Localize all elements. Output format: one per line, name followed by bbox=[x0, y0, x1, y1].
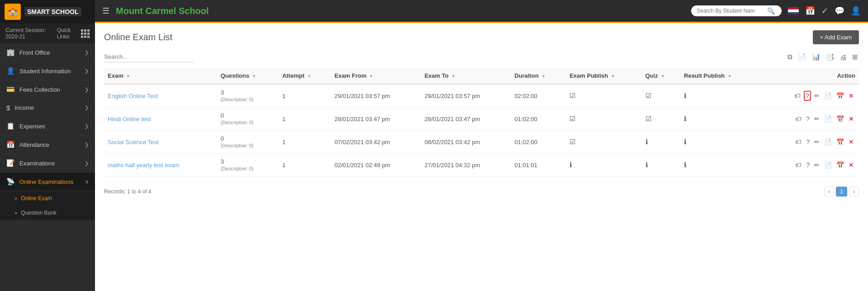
examinations-arrow: ❯ bbox=[85, 160, 89, 166]
calendar-row-icon[interactable]: 📅 bbox=[835, 91, 845, 100]
sidebar-label-fees: Fees Collection bbox=[19, 86, 60, 93]
table-search-input[interactable] bbox=[104, 52, 194, 62]
columns-icon[interactable]: ⊞ bbox=[851, 52, 859, 62]
school-name: Mount Carmel School bbox=[116, 6, 685, 16]
quick-links[interactable]: Quick Links bbox=[57, 27, 90, 40]
sidebar-label-student-info: Student Information bbox=[19, 68, 71, 75]
cell-exam-from: 02/01/2021 02:49 pm bbox=[331, 154, 421, 177]
table-body: English Online Test 3(Descriptive: 0) 1 … bbox=[104, 84, 859, 177]
doc-icon[interactable]: 📄 bbox=[823, 137, 833, 146]
edit-icon[interactable]: ✏ bbox=[813, 114, 821, 123]
edit-icon[interactable]: ✏ bbox=[813, 160, 821, 169]
cell-exam-to: 27/01/2021 04:32 pm bbox=[421, 154, 511, 177]
sidebar-label-online-exam: Online Examinations bbox=[19, 178, 73, 185]
sidebar-item-income[interactable]: $Income ❯ bbox=[0, 99, 95, 117]
doc-icon[interactable]: 📄 bbox=[823, 114, 833, 123]
sidebar-label-expenses: Expenses bbox=[19, 123, 45, 130]
hamburger-icon[interactable]: ☰ bbox=[102, 6, 109, 16]
sidebar-item-examinations[interactable]: 📝Examinations ❯ bbox=[0, 154, 95, 173]
examinations-icon: 📝 bbox=[6, 159, 15, 167]
online-exam-arrow: ∨ bbox=[85, 179, 89, 185]
next-page-button[interactable]: › bbox=[849, 187, 859, 197]
income-icon: $ bbox=[6, 104, 10, 112]
page-header: Online Exam List + Add Exam bbox=[104, 30, 859, 44]
cell-questions: 3(Descriptive: 0) bbox=[217, 154, 279, 177]
whatsapp-icon[interactable]: 💬 bbox=[835, 6, 844, 16]
cell-questions: 0(Descriptive: 0) bbox=[217, 108, 279, 131]
col-exam: Exam ▼ bbox=[104, 68, 217, 84]
doc-icon[interactable]: 📄 bbox=[823, 91, 833, 100]
content-inner: Online Exam List + Add Exam ⧉ 📄 📊 📑 🖨 ⊞ bbox=[95, 22, 868, 291]
sidebar-item-expenses[interactable]: 📋Expenses ❯ bbox=[0, 117, 95, 136]
submenu-label-online-exam: Online Exam bbox=[21, 195, 52, 202]
sidebar-item-fees-collection[interactable]: 💳Fees Collection ❯ bbox=[0, 80, 95, 99]
cell-questions: 0(Descriptive: 0) bbox=[217, 131, 279, 154]
cell-quiz: ℹ bbox=[642, 154, 681, 177]
calendar-icon[interactable]: 📅 bbox=[805, 6, 815, 16]
tag-icon[interactable]: 🏷 bbox=[793, 91, 802, 100]
question-icon[interactable]: ? bbox=[805, 137, 811, 146]
edit-icon[interactable]: ✏ bbox=[813, 91, 821, 100]
cell-questions: 3(Descriptive: 0) bbox=[217, 84, 279, 108]
tag-icon[interactable]: 🏷 bbox=[794, 160, 803, 169]
question-icon[interactable]: ? bbox=[805, 160, 811, 169]
task-icon[interactable]: ✓ bbox=[821, 6, 828, 16]
tag-icon[interactable]: 🏷 bbox=[794, 137, 803, 146]
prev-page-button[interactable]: ‹ bbox=[824, 187, 834, 197]
delete-icon[interactable]: ✕ bbox=[847, 160, 855, 169]
delete-icon[interactable]: ✕ bbox=[847, 137, 855, 146]
question-icon[interactable]: ? bbox=[804, 91, 811, 101]
col-exam-publish: Exam Publish ▼ bbox=[566, 68, 641, 84]
sidebar: 🏫 SMART SCHOOL Current Session: 2020-21 … bbox=[0, 0, 95, 291]
student-info-arrow: ❯ bbox=[85, 68, 89, 74]
logo-text: SMART SCHOOL bbox=[24, 7, 81, 16]
logo-icon: 🏫 bbox=[5, 4, 21, 20]
cell-duration: 01:01:01 bbox=[511, 154, 566, 177]
sub-arrow-question-bank: » bbox=[14, 210, 17, 216]
sidebar-item-student-information[interactable]: 👤Student Information ❯ bbox=[0, 62, 95, 80]
flag-icon[interactable] bbox=[788, 7, 799, 14]
sidebar-item-front-office[interactable]: 🏢Front Office ❯ bbox=[0, 43, 95, 62]
copy-icon[interactable]: ⧉ bbox=[787, 52, 793, 62]
submenu-online-exam[interactable]: » Online Exam bbox=[0, 191, 95, 206]
sidebar-item-attendance[interactable]: 📅Attendance ❯ bbox=[0, 136, 95, 154]
exam-table: Exam ▼ Questions ▼ Attempt ▼ Exam From ▼… bbox=[104, 68, 859, 177]
search-box[interactable]: 🔍 bbox=[691, 5, 782, 16]
sidebar-label-income: Income bbox=[14, 104, 34, 111]
cell-exam-from: 29/01/2021 03:57 pm bbox=[331, 84, 421, 108]
sidebar-item-online-examinations[interactable]: 📡Online Examinations ∨ bbox=[0, 173, 95, 191]
submenu-question-bank[interactable]: » Question Bank bbox=[0, 206, 95, 220]
user-icon[interactable]: 👤 bbox=[851, 6, 861, 16]
delete-icon[interactable]: ✕ bbox=[847, 91, 855, 100]
income-arrow: ❯ bbox=[85, 105, 89, 111]
sidebar-label-attendance: Attendance bbox=[19, 141, 49, 148]
expenses-icon: 📋 bbox=[6, 122, 15, 130]
doc-icon[interactable]: 📄 bbox=[823, 160, 833, 169]
pdf-icon[interactable]: 📑 bbox=[825, 52, 835, 62]
add-exam-button[interactable]: + Add Exam bbox=[813, 30, 859, 44]
search-input[interactable] bbox=[697, 8, 764, 14]
excel-icon[interactable]: 📊 bbox=[811, 52, 821, 62]
col-exam-from: Exam From ▼ bbox=[331, 68, 421, 84]
cell-duration: 01:02:00 bbox=[511, 108, 566, 131]
print-icon[interactable]: 🖨 bbox=[839, 52, 848, 62]
cell-exam-to: 29/01/2021 03:57 pm bbox=[421, 84, 511, 108]
topbar: ☰ Mount Carmel School 🔍 📅 ✓ 💬 👤 bbox=[95, 0, 868, 22]
question-icon[interactable]: ? bbox=[805, 114, 811, 123]
cell-exam: Social Science Test bbox=[104, 131, 217, 154]
tag-icon[interactable]: 🏷 bbox=[794, 114, 803, 123]
col-quiz: Quiz ▼ bbox=[642, 68, 681, 84]
edit-icon[interactable]: ✏ bbox=[813, 137, 821, 146]
csv-icon[interactable]: 📄 bbox=[797, 52, 807, 62]
calendar-row-icon[interactable]: 📅 bbox=[835, 114, 845, 123]
student-icon: 👤 bbox=[6, 67, 15, 75]
front-office-arrow: ❯ bbox=[85, 50, 89, 56]
cell-action: 🏷 ? ✏ 📄 📅 ✕ bbox=[759, 108, 859, 131]
records-info: Records: 1 to 4 of 4 bbox=[104, 188, 152, 195]
delete-icon[interactable]: ✕ bbox=[847, 114, 855, 123]
sub-arrow-online-exam: » bbox=[14, 196, 17, 201]
calendar-row-icon[interactable]: 📅 bbox=[835, 137, 845, 146]
page-1-button[interactable]: 1 bbox=[836, 187, 847, 197]
search-row: ⧉ 📄 📊 📑 🖨 ⊞ bbox=[104, 52, 859, 62]
calendar-row-icon[interactable]: 📅 bbox=[835, 160, 845, 169]
